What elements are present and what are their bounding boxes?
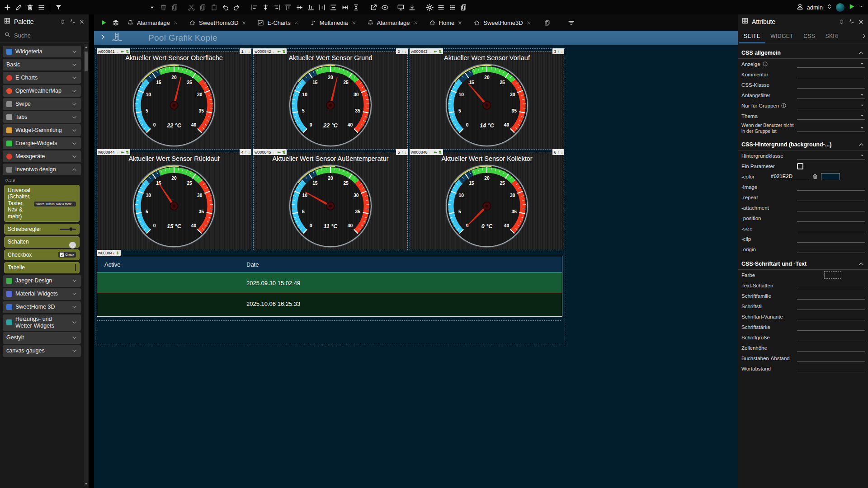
view-tab-home-5[interactable]: Home (424, 14, 468, 31)
widget-id-chip[interactable]: w000844←⇤⇅ (97, 149, 130, 155)
trash-button[interactable] (24, 1, 36, 13)
widget-id-chip[interactable]: w000842←⇤⇅ (253, 48, 287, 54)
widget-order-chip[interactable]: 3↑↓ (552, 48, 564, 54)
view-tab-sweethome3d-1[interactable]: SweetHome3D (184, 14, 251, 31)
attr-select[interactable] (797, 60, 865, 68)
attr-input[interactable] (797, 282, 865, 289)
funnel-button[interactable] (53, 1, 64, 13)
attr-input[interactable] (797, 245, 865, 253)
close-tab-button[interactable] (241, 20, 246, 25)
cut-button[interactable] (186, 1, 197, 13)
undo-button[interactable] (220, 1, 231, 13)
view-tab-alarmanlage-4[interactable]: Alarmanlage (362, 14, 423, 31)
palette-widget-universal[interactable]: Universal (Schalter, Taster, Nav & mehr)… (4, 185, 80, 222)
palette-category-messger-te[interactable]: Messgeräte (3, 150, 81, 162)
gauge-widget-w000845[interactable]: w000845←⇤⇅5↑↓Aktueller Wert Sensor Außen… (253, 152, 408, 250)
attr-input[interactable] (797, 344, 865, 352)
widget-order-chip[interactable]: 6↑↓ (552, 149, 564, 155)
scroll-down-arrow[interactable]: ▼ (84, 481, 88, 486)
import-button[interactable] (406, 1, 418, 13)
attr-input[interactable] (797, 183, 865, 191)
palette-category-swipe[interactable]: Swipe (3, 98, 81, 110)
palette-category-tabs[interactable]: Tabs (3, 111, 81, 123)
gauge-widget-w000843[interactable]: w000843←⇤⇅3↑↓Aktueller Wert Sensor Vorla… (410, 51, 564, 150)
caret-down-button[interactable] (146, 1, 158, 13)
palette-category-e-charts[interactable]: E-Charts (3, 72, 81, 84)
align-bottom-button[interactable] (305, 1, 316, 13)
same-height-button[interactable] (350, 1, 362, 13)
align-center-h-button[interactable] (260, 1, 271, 13)
attr-select[interactable] (797, 112, 865, 120)
copy-button[interactable] (197, 1, 208, 13)
eye-button[interactable] (379, 1, 391, 13)
dist-v-button[interactable] (328, 1, 339, 13)
attr-select[interactable] (797, 102, 865, 109)
palette-category-sweethome-3d[interactable]: SweetHome 3D (3, 301, 81, 313)
align-left-button[interactable] (249, 1, 260, 13)
widget-id-chip[interactable]: w000846←⇤⇅ (410, 149, 443, 155)
menu-button[interactable] (36, 1, 47, 13)
run-view-button[interactable] (98, 17, 109, 28)
attribute-close-button[interactable] (858, 19, 864, 25)
section-header[interactable]: CSS-Schriftart und -Text (738, 258, 868, 270)
widget-order-chip[interactable]: 2↑↓ (396, 48, 408, 54)
tab-widget[interactable]: WIDGET (765, 29, 798, 43)
palette-widget-schalten[interactable]: Schalten (4, 236, 80, 247)
table-id-chip[interactable]: w000847⇓ (97, 250, 121, 256)
attr-input[interactable] (797, 323, 865, 331)
selection-group[interactable]: Active Date 2025.09.30 15:02:492025.10.0… (95, 48, 565, 344)
attr-input[interactable] (797, 354, 865, 362)
tab-skri[interactable]: SKRI (820, 29, 844, 43)
palette-close-button[interactable] (79, 19, 85, 25)
plus-button[interactable] (2, 1, 13, 13)
palette-shrink-button[interactable] (69, 19, 75, 25)
view-tab-alarmanlage-0[interactable]: Alarmanlage (122, 14, 183, 31)
pencil-button[interactable] (13, 1, 24, 13)
palette-category-gestylt[interactable]: Gestylt (3, 332, 81, 344)
palette-widget-checkbox[interactable]: CheckboxCheck (4, 249, 80, 260)
attribute-unfold-button[interactable] (838, 19, 845, 25)
scrollbar-thumb[interactable] (85, 52, 88, 71)
canvas[interactable]: Active Date 2025.09.30 15:02:492025.10.0… (94, 45, 738, 488)
attr-input[interactable] (797, 292, 865, 300)
palette-category-widgeteria[interactable]: Widgeteria (3, 46, 81, 57)
close-tab-button[interactable] (294, 20, 299, 25)
attr-input[interactable] (797, 313, 865, 320)
palette-category-widget-sammlung[interactable]: Widget-Sammlung (3, 124, 81, 136)
attr-input[interactable] (797, 204, 865, 211)
tab-css[interactable]: CSS (798, 29, 820, 43)
close-tab-button[interactable] (458, 20, 462, 25)
run-button[interactable] (848, 3, 855, 12)
attr-checkbox[interactable] (797, 163, 803, 169)
search-input[interactable] (14, 32, 68, 39)
palette-category-energie-widgets[interactable]: Energie-Widgets (3, 137, 81, 149)
tabs-overflow-chevron[interactable] (861, 33, 867, 39)
attr-input[interactable] (797, 70, 865, 78)
palette-category-inventwo-design[interactable]: inventwo design (3, 164, 81, 175)
palette-unfold-button[interactable] (59, 19, 66, 25)
palette-category-canvas-gauges[interactable]: canvas-gauges (3, 345, 81, 357)
attr-input[interactable] (797, 214, 865, 222)
gauge-widget-w000844[interactable]: w000844←⇤⇅4↑↓Aktueller Wert Sensor Rückl… (97, 152, 251, 250)
monitor-button[interactable] (395, 1, 406, 13)
views-menu-button[interactable] (566, 17, 577, 28)
view-tab-multimedia-3[interactable]: Multimedia (305, 14, 361, 31)
attr-input[interactable] (797, 365, 865, 372)
widget-order-chip[interactable]: 4↑↓ (240, 149, 251, 155)
close-tab-button[interactable] (526, 20, 531, 25)
palette-category-basic[interactable]: Basic (3, 59, 81, 70)
close-tab-button[interactable] (173, 20, 178, 25)
same-width-button[interactable] (339, 1, 350, 13)
palette-scrollbar[interactable]: ▲ ▼ (84, 44, 88, 486)
attr-select[interactable] (797, 124, 865, 132)
palette-category-openweathermap[interactable]: OpenWeatherMap (3, 85, 81, 97)
palette-category-heizungs-und-wetter-widgets[interactable]: Heizungs- und Wetter-Widgets (3, 314, 81, 331)
paste-button[interactable] (208, 1, 220, 13)
section-header[interactable]: CSS-Hintergrund (background-...) (738, 139, 868, 150)
color-value-input[interactable]: #021E2D (771, 173, 810, 180)
palette-category-jaeger-design[interactable]: Jaeger-Design (3, 275, 81, 287)
attribute-shrink-button[interactable] (848, 19, 854, 25)
view-list-button[interactable] (447, 1, 458, 13)
attr-input[interactable] (797, 193, 865, 201)
view-tab-e-charts-2[interactable]: E-Charts (252, 14, 303, 31)
